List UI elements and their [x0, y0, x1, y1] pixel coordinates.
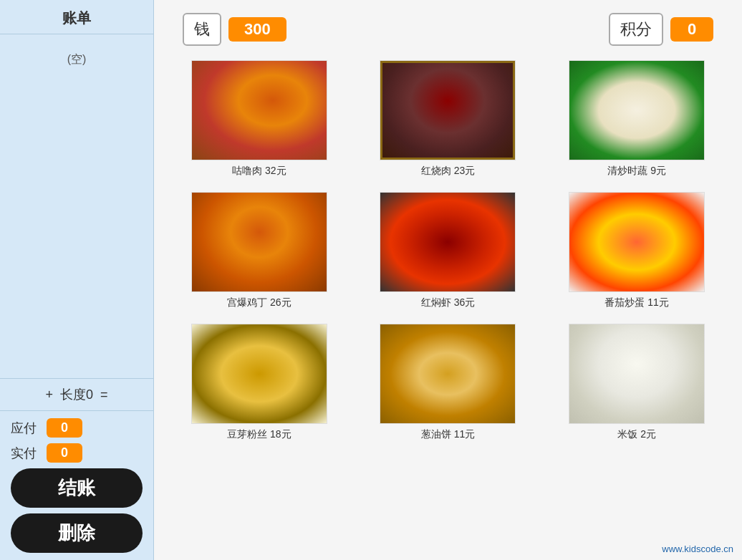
length-prefix: +: [45, 387, 53, 402]
food-image: [380, 60, 516, 160]
food-image-visual: [380, 324, 515, 423]
food-item[interactable]: 红烧肉 23元: [365, 60, 532, 178]
food-grid: 咕噜肉 32元红烧肉 23元清炒时蔬 9元宫爆鸡丁 26元红焖虾 36元番茄炒蛋…: [154, 53, 742, 455]
paid-row: 实付 0: [11, 443, 143, 463]
food-image-visual: [192, 193, 327, 291]
food-item[interactable]: 咕噜肉 32元: [175, 60, 343, 178]
food-name-price: 宫爆鸡丁 26元: [227, 296, 291, 309]
watermark: www.kidscode.cn: [662, 544, 733, 554]
food-image-visual: [380, 193, 515, 291]
food-item[interactable]: 米饭 2元: [553, 324, 721, 441]
food-name-price: 番茄炒蛋 11元: [604, 296, 668, 309]
food-name-price: 豆芽粉丝 18元: [227, 428, 291, 441]
food-name-price: 葱油饼 11元: [421, 428, 475, 441]
food-image-visual: [569, 324, 704, 423]
food-name-price: 清炒时蔬 9元: [607, 165, 666, 178]
food-name-price: 米饭 2元: [617, 428, 656, 441]
food-name-price: 红烧肉 23元: [421, 165, 475, 178]
food-image-visual: [569, 61, 704, 160]
score-section: 积分 0: [609, 13, 713, 46]
money-value: 300: [228, 17, 286, 42]
food-image: [191, 60, 327, 160]
length-suffix: =: [100, 387, 108, 402]
food-image-visual: [569, 193, 704, 291]
food-item[interactable]: 番茄炒蛋 11元: [553, 192, 721, 309]
paid-label: 实付: [11, 445, 39, 462]
food-item[interactable]: 红焖虾 36元: [365, 192, 532, 309]
food-item[interactable]: 宫爆鸡丁 26元: [175, 192, 343, 309]
sidebar-length-row: + 长度0 =: [0, 378, 153, 410]
score-value: 0: [670, 17, 713, 42]
food-image: [380, 192, 516, 292]
food-image-visual: [192, 61, 327, 160]
food-image: [191, 192, 327, 292]
delete-button[interactable]: 删除: [11, 513, 143, 553]
due-label: 应付: [11, 420, 39, 437]
length-label: 长度0: [60, 386, 93, 403]
top-bar: 钱 300 积分 0: [154, 0, 742, 53]
money-label: 钱: [183, 13, 221, 46]
food-image: [569, 324, 705, 424]
sidebar-title: 账单: [0, 0, 153, 34]
checkout-button[interactable]: 结账: [11, 468, 143, 508]
due-row: 应付 0: [11, 418, 143, 438]
food-item[interactable]: 清炒时蔬 9元: [553, 60, 721, 178]
food-image: [569, 60, 705, 160]
money-section: 钱 300: [183, 13, 286, 46]
paid-value: 0: [47, 443, 82, 463]
sidebar: 账单 (空) + 长度0 = 应付 0 实付 0 结账 删除: [0, 0, 154, 560]
sidebar-empty-label: (空): [4, 38, 150, 82]
score-label: 积分: [609, 13, 663, 46]
food-image: [191, 324, 327, 424]
food-image: [569, 192, 705, 292]
food-image-visual: [192, 324, 327, 423]
sidebar-bottom: 应付 0 实付 0 结账 删除: [0, 410, 153, 560]
content-area: 钱 300 积分 0 咕噜肉 32元红烧肉 23元清炒时蔬 9元宫爆鸡丁 26元…: [154, 0, 742, 560]
food-item[interactable]: 葱油饼 11元: [365, 324, 532, 441]
food-name-price: 咕噜肉 32元: [232, 165, 286, 178]
food-image: [380, 324, 516, 424]
food-image-visual: [380, 61, 515, 160]
food-name-price: 红焖虾 36元: [421, 296, 475, 309]
due-value: 0: [47, 418, 82, 438]
sidebar-bills-area: (空): [0, 34, 153, 378]
food-item[interactable]: 豆芽粉丝 18元: [175, 324, 343, 441]
